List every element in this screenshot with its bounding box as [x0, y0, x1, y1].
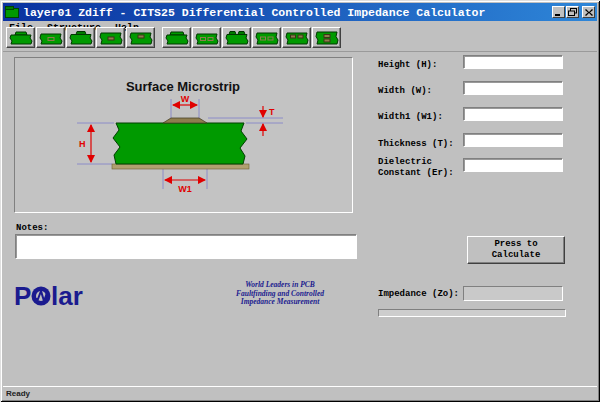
coated-microstrip-icon: [69, 30, 93, 46]
width-input[interactable]: [463, 81, 563, 95]
notes-input[interactable]: [15, 234, 357, 259]
progress-bar: [378, 309, 566, 317]
stripline-icon: [99, 30, 123, 46]
width1-label: Width1 (W1):: [378, 112, 464, 123]
substrate: [113, 123, 247, 164]
toolbar-button-surface-microstrip[interactable]: [6, 27, 35, 48]
toolbar-button-differential-coated-microstrip[interactable]: [222, 27, 251, 48]
close-icon: [585, 9, 593, 16]
polar-logo-text-right: lar: [51, 282, 83, 310]
dielectric-constant-label: Dielectric Constant (Er):: [378, 157, 464, 179]
statusbar: Ready: [3, 386, 597, 399]
toolbar-button-stripline[interactable]: [96, 27, 125, 48]
toolbar-button-differential-embedded-microstrip[interactable]: [192, 27, 221, 48]
toolbar: [3, 27, 597, 52]
dielectric-constant-input[interactable]: [463, 158, 563, 172]
copper-trace: [163, 118, 207, 123]
differential-offset-stripline-icon: [285, 30, 309, 46]
height-input[interactable]: [463, 55, 563, 69]
toolbar-button-differential-stripline[interactable]: [252, 27, 281, 48]
close-button[interactable]: [582, 6, 595, 18]
dimension-t-label: T: [269, 107, 275, 117]
dimension-h-label: H: [79, 139, 86, 149]
calculate-button[interactable]: Press to Calculate: [467, 236, 565, 264]
thickness-label: Thickness (T):: [378, 139, 464, 150]
impedance-label: Impedance (Zo):: [378, 289, 459, 299]
restore-icon: [568, 8, 577, 16]
restore-button[interactable]: [566, 6, 579, 18]
width-label: Width (W):: [378, 86, 464, 97]
polar-logo-text-left: P: [14, 282, 31, 310]
impedance-output-field: [463, 286, 563, 301]
offset-stripline-icon: [129, 30, 153, 46]
height-label: Height (H):: [378, 60, 464, 71]
differential-stripline-icon: [255, 30, 279, 46]
window-title: layer01 Zdiff - CITS25 Differential Cont…: [23, 6, 551, 19]
polar-logo-o-icon: [32, 287, 51, 306]
surface-microstrip-icon: [9, 30, 33, 46]
thickness-input[interactable]: [463, 133, 563, 147]
polar-logo: P lar: [14, 282, 110, 315]
toolbar-button-differential-offset-stripline[interactable]: [282, 27, 311, 48]
status-text: Ready: [6, 389, 30, 398]
differential-broadside-stripline-icon: [315, 30, 339, 46]
differential-surface-microstrip-icon: [165, 30, 189, 46]
width1-input[interactable]: [463, 107, 563, 121]
embedded-microstrip-icon: [39, 30, 63, 46]
surface-microstrip-diagram: Surface Microstrip: [15, 58, 352, 212]
minimize-icon: [554, 8, 563, 16]
differential-coated-microstrip-icon: [225, 30, 249, 46]
diagram-title: Surface Microstrip: [126, 79, 240, 94]
toolbar-button-differential-broadside-stripline[interactable]: [312, 27, 341, 48]
dimension-w1-label: W1: [178, 184, 192, 194]
structure-diagram-panel: Surface Microstrip: [14, 57, 353, 213]
titlebar[interactable]: layer01 Zdiff - CITS25 Differential Cont…: [3, 3, 597, 21]
toolbar-button-offset-stripline[interactable]: [126, 27, 155, 48]
differential-embedded-microstrip-icon: [195, 30, 219, 46]
ground-plane: [112, 164, 249, 169]
app-window: layer01 Zdiff - CITS25 Differential Cont…: [0, 0, 600, 402]
company-slogan: World Leaders in PCB Faultfinding and Co…: [202, 281, 358, 307]
toolbar-button-coated-microstrip[interactable]: [66, 27, 95, 48]
toolbar-button-differential-surface-microstrip[interactable]: [162, 27, 191, 48]
app-icon: [5, 6, 19, 18]
toolbar-button-embedded-microstrip[interactable]: [36, 27, 65, 48]
minimize-button[interactable]: [552, 6, 565, 18]
notes-label: Notes:: [16, 223, 48, 233]
dimension-w-label: W: [181, 94, 190, 104]
